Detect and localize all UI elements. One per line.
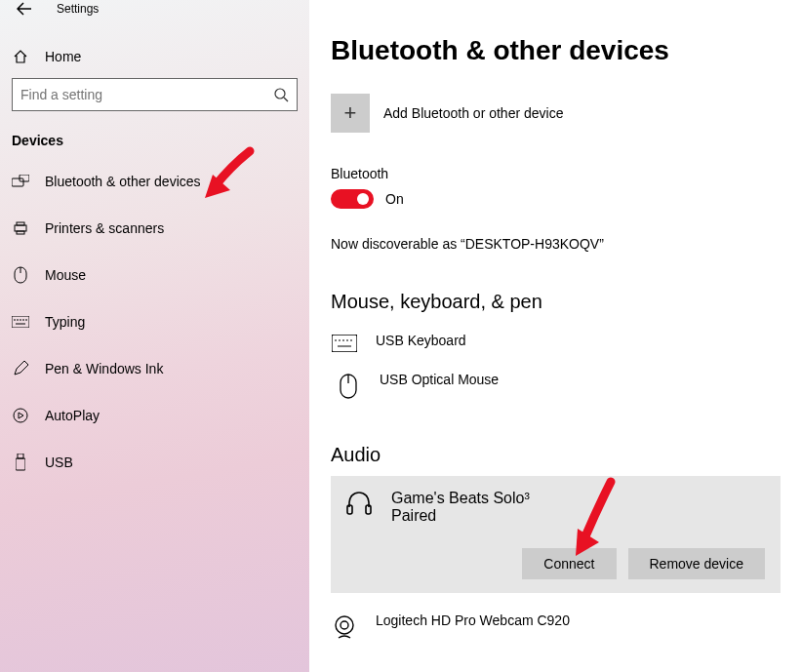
svg-rect-6 — [17, 231, 24, 234]
nav-usb[interactable]: USB — [0, 439, 309, 486]
audio-device-card[interactable]: Game's Beats Solo³ Paired Connect Remove… — [331, 476, 781, 593]
search-icon — [273, 87, 289, 102]
home-nav[interactable]: Home — [12, 49, 309, 64]
device-name: USB Keyboard — [376, 333, 466, 348]
webcam-icon — [331, 614, 358, 640]
headphones-icon — [346, 490, 374, 515]
bluetooth-toggle-row: On — [331, 189, 781, 209]
search-container — [12, 78, 298, 111]
device-mouse[interactable]: USB Optical Mouse — [331, 362, 781, 409]
usb-icon — [12, 454, 29, 471]
mouse-icon — [12, 266, 29, 284]
discoverable-text: Now discoverable as “DESKTOP-H93KOQV” — [331, 236, 781, 252]
nav-bluetooth[interactable]: Bluetooth & other devices — [0, 158, 309, 205]
svg-point-16 — [14, 409, 27, 422]
title-bar: Settings — [0, 0, 309, 18]
nav-pen[interactable]: Pen & Windows Ink — [0, 345, 309, 392]
settings-sidebar: Settings Home Devices Bluetooth & other … — [0, 0, 309, 672]
device-keyboard[interactable]: USB Keyboard — [331, 323, 781, 362]
svg-rect-5 — [17, 222, 24, 225]
bluetooth-state: On — [385, 191, 404, 207]
back-button[interactable] — [8, 0, 41, 18]
bluetooth-toggle[interactable] — [331, 189, 374, 209]
connect-button[interactable]: Connect — [522, 548, 616, 579]
device-status: Paired — [391, 507, 530, 525]
nav-label: Pen & Windows Ink — [45, 361, 163, 376]
svg-point-31 — [341, 621, 348, 629]
section-label: Devices — [0, 133, 309, 158]
nav-label: Bluetooth & other devices — [45, 174, 201, 189]
pen-icon — [12, 361, 29, 376]
home-icon — [12, 49, 29, 64]
back-arrow-icon — [17, 2, 32, 16]
svg-line-1 — [284, 98, 288, 101]
plus-icon: + — [331, 94, 370, 133]
nav-label: Printers & scanners — [45, 220, 164, 236]
device-webcam[interactable]: Logitech HD Pro Webcam C920 — [331, 603, 781, 650]
nav-label: Mouse — [45, 267, 86, 283]
bluetooth-label: Bluetooth — [331, 166, 781, 181]
nav-typing[interactable]: Typing — [0, 298, 309, 345]
nav-printers[interactable]: Printers & scanners — [0, 205, 309, 252]
add-device-label: Add Bluetooth or other device — [383, 105, 563, 121]
remove-device-button[interactable]: Remove device — [628, 548, 766, 579]
app-title: Settings — [57, 2, 99, 16]
printer-icon — [12, 220, 29, 236]
nav-autoplay[interactable]: AutoPlay — [0, 392, 309, 439]
svg-rect-2 — [12, 178, 23, 186]
device-name: USB Optical Mouse — [380, 372, 499, 387]
home-label: Home — [45, 49, 81, 64]
svg-rect-17 — [18, 454, 23, 458]
svg-point-30 — [336, 616, 353, 634]
mouse-icon — [335, 374, 362, 399]
category-mouse-keyboard: Mouse, keyboard, & pen — [331, 291, 781, 313]
category-audio: Audio — [331, 444, 781, 466]
add-device-button[interactable]: + Add Bluetooth or other device — [331, 94, 781, 133]
nav-mouse[interactable]: Mouse — [0, 252, 309, 298]
svg-point-0 — [275, 89, 285, 99]
nav-label: Typing — [45, 314, 85, 330]
svg-rect-9 — [12, 316, 29, 328]
svg-rect-19 — [332, 335, 357, 352]
keyboard-icon — [331, 335, 358, 352]
device-name: Game's Beats Solo³ — [391, 490, 530, 507]
keyboard-icon — [12, 316, 29, 328]
page-title: Bluetooth & other devices — [331, 35, 781, 66]
search-box[interactable] — [12, 78, 298, 111]
search-input[interactable] — [20, 87, 273, 102]
svg-rect-18 — [16, 458, 25, 470]
nav-label: AutoPlay — [45, 408, 100, 423]
devices-icon — [12, 175, 29, 188]
nav-label: USB — [45, 455, 73, 470]
svg-rect-4 — [15, 225, 26, 231]
main-panel: Bluetooth & other devices + Add Bluetoot… — [309, 0, 802, 672]
device-name: Logitech HD Pro Webcam C920 — [376, 613, 570, 628]
autoplay-icon — [12, 408, 29, 423]
